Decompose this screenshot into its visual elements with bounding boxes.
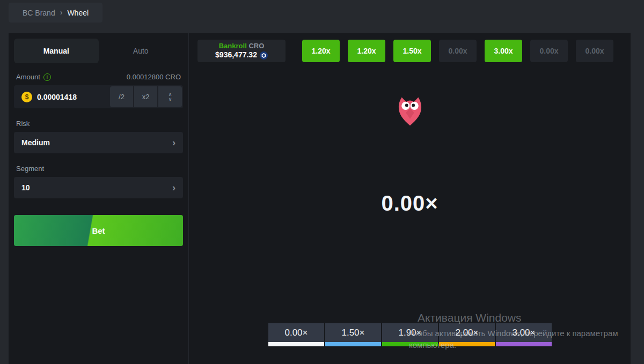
info-icon[interactable]: i [43,73,51,81]
amount-input-row: $ /2 x2 ∧ ∨ [14,85,183,108]
legend-cell: 0.00× [268,323,324,346]
history-result: 0.00x [576,40,613,62]
bankroll-title: Bankroll CRO [219,42,265,50]
segment-select[interactable]: 10 › [14,177,183,198]
amount-input[interactable] [37,93,109,101]
amount-max-value: 0.00012800 CRO [127,73,181,81]
risk-label: Risk [14,120,183,128]
legend-cell: 2.00× [439,323,495,346]
bet-controls-sidebar: Manual Auto Amount i 0.00012800 CRO $ /2… [9,33,189,364]
breadcrumb-brand-link[interactable]: BC Brand [23,9,55,17]
segment-label: Segment [14,165,183,173]
history-result: 3.00x [485,40,522,62]
history-result: 1.20x [348,40,385,62]
game-panel: Manual Auto Amount i 0.00012800 CRO $ /2… [9,33,631,364]
segment-value: 10 [21,183,30,192]
chevron-right-icon: › [172,183,175,192]
legend-cell: 3.00× [496,323,552,346]
result-multiplier: 0.00× [381,191,438,216]
history-result: 0.00x [530,40,568,62]
tab-manual[interactable]: Manual [14,39,99,63]
legend-color-bar [439,342,495,346]
bankroll-badge: Bankroll CRO $936,477.32 [197,40,286,62]
owl-mascot-icon [398,95,422,128]
breadcrumb: BC Brand › Wheel [9,3,103,23]
multiplier-legend: 0.00× 1.50× 1.90× 2.00× 3.00× [268,323,552,346]
mode-tabs: Manual Auto [14,39,183,63]
amount-stepper: ∧ ∨ [158,86,182,107]
legend-color-bar [382,342,438,346]
bankroll-label: Bankroll [219,42,247,50]
risk-value: Medium [21,138,50,147]
bankroll-amount: $936,477.32 [215,50,268,60]
stepper-down-icon[interactable]: ∨ [169,97,172,102]
legend-color-bar [496,342,552,346]
cro-coin-icon [260,51,268,60]
game-area: Bankroll CRO $936,477.32 1.20x 1.20x 1.5… [189,33,631,364]
history-result: 0.00x [439,40,477,62]
bet-button[interactable]: Bet [14,215,183,246]
amount-label-wrap: Amount i [16,73,51,81]
amount-header: Amount i 0.00012800 CRO [14,73,183,81]
game-top-row: Bankroll CRO $936,477.32 1.20x 1.20x 1.5… [189,40,631,62]
legend-cell: 1.50× [325,323,381,346]
half-bet-button[interactable]: /2 [110,86,133,107]
amount-label: Amount [16,73,40,81]
top-bar: BC Brand › Wheel [0,0,644,33]
double-bet-button[interactable]: x2 [134,86,157,107]
bankroll-currency: CRO [248,42,264,50]
dollar-coin-icon: $ [21,92,32,102]
history-result: 1.20x [302,40,340,62]
breadcrumb-current-page: Wheel [67,9,89,17]
history-result: 1.50x [393,40,431,62]
legend-cell: 1.90× [382,323,438,346]
chevron-right-icon: › [60,8,63,17]
legend-color-bar [268,342,324,346]
chevron-right-icon: › [172,138,175,147]
result-history: 1.20x 1.20x 1.50x 0.00x 3.00x 0.00x 0.00… [302,40,613,62]
tab-auto[interactable]: Auto [99,39,184,63]
bankroll-value: $936,477.32 [215,50,257,60]
risk-select[interactable]: Medium › [14,132,183,153]
legend-color-bar [325,342,381,346]
